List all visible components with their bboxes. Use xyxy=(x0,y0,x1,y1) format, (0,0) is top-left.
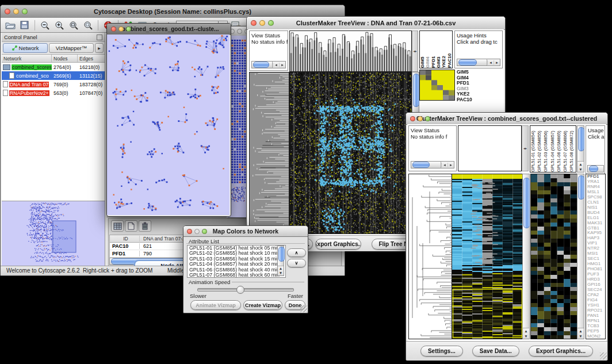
zoom-out-icon[interactable] xyxy=(39,20,51,31)
scrollbar-thumb[interactable] xyxy=(589,166,598,172)
tv2-zoom-heatmap[interactable] xyxy=(530,174,577,339)
scrollbar-thumb[interactable] xyxy=(578,175,584,200)
network-tree-row[interactable]: RNAPuberNov2+ 563(0) 107847(0) xyxy=(2,89,105,97)
save-icon[interactable] xyxy=(18,20,31,31)
tv1-splitter[interactable]: ◂▸ xyxy=(412,30,418,72)
scroll-down-icon[interactable]: ▼ xyxy=(577,167,584,172)
scrollbar-thumb[interactable] xyxy=(278,247,285,262)
tv1-global-heatmap[interactable] xyxy=(289,72,412,234)
attribute-select-icon[interactable] xyxy=(111,220,124,232)
scroll-right-icon[interactable]: ▸ xyxy=(494,60,500,65)
network-overview-canvas[interactable] xyxy=(2,201,105,266)
attribute-list-scrollbar[interactable]: ▲▼ xyxy=(277,246,284,276)
dialog-titlebar[interactable]: Map Colors to Network xyxy=(183,226,308,237)
column-label[interactable]: YKE2 xyxy=(441,31,446,68)
column-label[interactable]: PFD1 xyxy=(431,31,436,68)
close-icon[interactable] xyxy=(187,229,192,234)
tv1-status-hscrollbar[interactable]: ◂▸ xyxy=(251,61,286,68)
column-label[interactable]: GPL51-03 (GSM856) xyxy=(543,126,549,172)
column-label[interactable]: GIM3 xyxy=(436,31,441,68)
scrollbar-thumb[interactable] xyxy=(458,59,477,66)
tv2-global-heatmap[interactable] xyxy=(452,174,523,339)
close-icon[interactable] xyxy=(251,20,257,26)
column-label[interactable]: GIM5 xyxy=(420,31,425,68)
delete-attribute-icon[interactable] xyxy=(139,220,151,232)
scroll-left-icon[interactable]: ◂ xyxy=(487,60,494,65)
scroll-left-icon[interactable]: ◂ xyxy=(273,63,279,67)
scroll-up-icon[interactable]: ▲ xyxy=(577,328,584,334)
zoom-window-icon[interactable] xyxy=(126,26,131,32)
close-icon[interactable] xyxy=(111,26,116,32)
close-icon[interactable] xyxy=(5,9,10,14)
zoom-window-icon[interactable] xyxy=(22,9,28,14)
tv2-usage-hscrollbar[interactable] xyxy=(587,165,604,173)
tv1-usage-hscrollbar[interactable]: ◂▸ xyxy=(457,59,500,66)
close-icon[interactable] xyxy=(410,116,415,121)
minimize-icon[interactable] xyxy=(237,29,242,34)
column-label[interactable]: GPL51-02 (GSM855) xyxy=(537,126,543,172)
new-attribute-icon[interactable] xyxy=(125,220,137,232)
tab-vizmapper[interactable]: VizMapper™ xyxy=(49,43,94,53)
scrollbar-thumb[interactable] xyxy=(412,162,430,168)
minimize-icon[interactable] xyxy=(418,116,423,121)
zoom-window-icon[interactable] xyxy=(425,116,430,121)
animation-speed-slider[interactable] xyxy=(197,288,294,292)
minimize-icon[interactable] xyxy=(194,229,200,234)
attribute-list-item[interactable]: GPL51-07 (GSM868) heat shock 60 min xyxy=(188,273,285,278)
column-label[interactable]: PAC10 xyxy=(447,31,452,68)
treeview-button[interactable]: Save Data... xyxy=(472,346,519,357)
scrollbar-thumb[interactable] xyxy=(413,74,419,107)
zoom-fit-icon[interactable] xyxy=(67,20,80,31)
scroll-up-icon[interactable]: ▲ xyxy=(278,266,284,271)
create-vizmap-button[interactable]: Create Vizmap xyxy=(243,300,282,310)
zoom-selected-icon[interactable] xyxy=(82,20,94,31)
tv2-zoom-vscrollbar[interactable]: ▲▼ xyxy=(577,174,584,339)
scroll-up-icon[interactable]: ▲ xyxy=(577,162,584,167)
move-down-button[interactable]: ∨ xyxy=(287,259,306,267)
tv1-titlebar[interactable]: ClusterMaker TreeView : DNA and Tran 07-… xyxy=(247,17,505,30)
column-label[interactable]: GPL51-06 (GSM865) xyxy=(556,126,563,172)
gene-label[interactable]: PAC10 xyxy=(456,97,482,103)
column-label[interactable]: GPL51-04 (GSM857) xyxy=(550,126,556,172)
network-tree-row[interactable]: combined_sco 2569(6) 13112(15) xyxy=(2,71,105,80)
scrollbar-thumb[interactable] xyxy=(253,62,269,68)
float-panel-icon[interactable] xyxy=(97,35,102,40)
column-label[interactable]: GIM4 xyxy=(425,31,430,68)
tab-overflow-icon[interactable]: ▶ xyxy=(95,43,104,53)
scroll-right-icon[interactable]: ▸ xyxy=(279,63,285,67)
zoom-window-icon[interactable] xyxy=(268,20,274,26)
column-label[interactable]: GPL51-07 (GSM868) xyxy=(563,126,569,172)
column-label[interactable]: GPL51-08 (GSM872) xyxy=(569,126,575,172)
animate-vizmap-button[interactable]: Animate Vizmap xyxy=(190,300,241,310)
tv1-zoom-heatmap[interactable] xyxy=(419,70,455,101)
scrollbar-thumb[interactable] xyxy=(578,127,584,151)
minimize-icon[interactable] xyxy=(259,20,265,26)
zoom-in-icon[interactable] xyxy=(53,20,66,31)
tab-network[interactable]: Network xyxy=(3,43,48,53)
net1-titlebar[interactable]: combined_scores_good.txt--cluste... xyxy=(107,24,231,35)
resize-grip[interactable] xyxy=(600,352,607,359)
tv2-titlebar[interactable]: ClusterMaker TreeView : combined_scores_… xyxy=(406,113,607,125)
minimize-icon[interactable] xyxy=(13,9,19,14)
open-file-icon[interactable] xyxy=(4,20,17,31)
scroll-down-icon[interactable]: ▼ xyxy=(577,334,584,339)
scroll-right-icon[interactable]: ▸ xyxy=(447,163,454,167)
scroll-left-icon[interactable]: ◂ xyxy=(441,163,447,167)
treeview-button[interactable]: Export Graphics... xyxy=(315,239,361,250)
scroll-down-icon[interactable]: ▼ xyxy=(523,334,529,339)
tv2-column-tree-area[interactable] xyxy=(458,125,522,171)
tv1-row-dendrogram[interactable] xyxy=(249,72,289,234)
zoom-window-icon[interactable] xyxy=(202,229,207,234)
column-label[interactable]: GPL51-01 (GSM854) xyxy=(530,126,537,172)
grid-network-canvas[interactable] xyxy=(229,39,247,184)
slider-thumb[interactable] xyxy=(236,286,244,294)
treeview-button[interactable]: Settings... xyxy=(420,346,463,357)
tv2-heatmap-vscrollbar[interactable]: ▲▼ xyxy=(522,174,530,339)
resize-grip[interactable] xyxy=(300,305,307,312)
tv2-status-hscrollbar[interactable]: ◂▸ xyxy=(411,161,454,168)
treeview-button[interactable]: Export Graphics... xyxy=(529,346,593,357)
network-view-canvas[interactable] xyxy=(107,35,230,215)
tv2-collabel-vscrollbar[interactable]: ▲▼ xyxy=(577,125,584,173)
network-tree-row[interactable]: DNA and Tran 07 769(0) 183728(0) xyxy=(2,80,105,89)
scroll-up-icon[interactable]: ▲ xyxy=(523,328,529,334)
